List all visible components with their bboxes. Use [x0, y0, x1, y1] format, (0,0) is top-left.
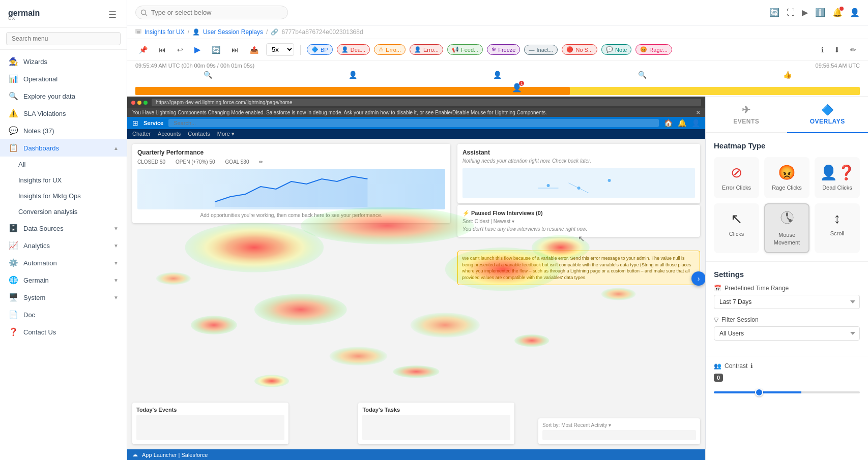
sf-nav-accounts[interactable]: Accounts: [158, 131, 181, 137]
undo-button[interactable]: ↩: [173, 43, 187, 56]
heatmap-type-scroll[interactable]: ↕ Scroll: [815, 203, 860, 253]
scroll-icon: ↕: [834, 210, 841, 227]
chevron-down-icon: ▼: [113, 243, 119, 249]
contrast-slider[interactable]: [714, 391, 860, 393]
sf-close-warning[interactable]: ✕: [696, 110, 700, 115]
sidebar-item-sla[interactable]: ⚠️ SLA Violations: [0, 105, 127, 122]
filter-erro1[interactable]: ⚠ Erro...: [374, 44, 406, 55]
breadcrumb-session-id: 6777b4a876724e002301368d: [281, 28, 363, 36]
sf-nav-contacts[interactable]: Contacts: [188, 131, 210, 137]
timeline-track-area[interactable]: 🔍 👤 👤 🔍 👍: [135, 70, 860, 85]
filter-inact[interactable]: — Inact...: [524, 45, 558, 55]
breadcrumb-user-session-link[interactable]: User Session Replays: [203, 28, 263, 36]
notifications-button[interactable]: 🔔: [832, 8, 843, 17]
tab-overlays[interactable]: 🔷 OVERLAYS: [787, 97, 869, 133]
sidebar-item-dashboards[interactable]: 📋 Dashboards ▲: [0, 139, 127, 157]
sidebar-item-insights-ux[interactable]: Insights for UX: [0, 172, 127, 188]
breadcrumb-insights-ux-link[interactable]: Insights for UX: [144, 28, 185, 36]
timeline-event-marker: 👤 1: [512, 83, 522, 93]
heatmap-container: https://gapm-dev-ed.lightning.force.com/…: [127, 97, 705, 460]
refresh-session-button[interactable]: 🔄: [208, 43, 224, 56]
sf-search-input[interactable]: [173, 120, 224, 126]
right-panel: ✈ EVENTS 🔷 OVERLAYS Heatmap Type ⊘ Error…: [705, 97, 868, 460]
sidebar-item-system[interactable]: 🖥️ System ▼: [0, 289, 127, 306]
skip-forward-button[interactable]: ⏭: [228, 43, 242, 56]
events-tab-icon: ✈: [742, 104, 751, 116]
heatmap-type-dead-clicks[interactable]: 👤❓ Dead Clicks: [815, 157, 860, 198]
search-menu-input[interactable]: [6, 32, 121, 45]
toolbar-divider: [300, 45, 301, 55]
hamburger-button[interactable]: ☰: [106, 7, 119, 22]
browser-title: App Launcher | Salesforce: [142, 452, 208, 458]
browser-simulation: https://gapm-dev-ed.lightning.force.com/…: [127, 97, 705, 460]
sidebar-item-label: Conversion analysis: [18, 208, 119, 216]
sf-bell-icon[interactable]: 🔔: [678, 119, 686, 127]
info-btn[interactable]: ℹ: [818, 43, 827, 56]
share-button[interactable]: 📤: [246, 43, 262, 56]
filter-dead[interactable]: 👤 Dea...: [337, 44, 370, 55]
inact-icon: —: [529, 47, 534, 53]
heatmap-type-clicks[interactable]: ↖ Clicks: [714, 203, 759, 253]
sidebar-item-contact[interactable]: ❓ Contact Us: [0, 323, 127, 341]
sidebar-item-automation[interactable]: ⚙️ Automation ▼: [0, 254, 127, 271]
sidebar-item-all[interactable]: All: [0, 157, 127, 172]
heatmap-type-mouse-movement[interactable]: Mouse Movement: [764, 203, 809, 253]
prev-frame-button[interactable]: ⏮: [155, 43, 169, 56]
sf-home-icon[interactable]: 🏠: [664, 119, 673, 127]
events-panel: Today's Events: [132, 403, 288, 444]
heatmap-type-rage-clicks[interactable]: 😡 Rage Clicks: [764, 157, 809, 198]
sidebar-item-insights-mkt[interactable]: Insights for Mktg Ops: [0, 188, 127, 204]
feed-icon: 📢: [452, 46, 459, 53]
filter-session-select[interactable]: All Users My Sessions Specific User: [714, 326, 860, 341]
sidebar-item-conversion[interactable]: Conversion analysis: [0, 204, 127, 220]
sidebar-item-notes[interactable]: 💬 Notes (37): [0, 122, 127, 139]
annotation-button[interactable]: 📌: [135, 43, 151, 56]
sidebar-item-germain[interactable]: 🌐 Germain ▼: [0, 271, 127, 289]
sidebar-item-doc[interactable]: 📄 Doc: [0, 306, 127, 323]
assistant-title: Assistant: [462, 149, 695, 156]
filter-feed[interactable]: 📢 Feed...: [447, 44, 483, 55]
tasks-content: [362, 415, 510, 440]
timeline-progress-track[interactable]: 👤 1: [135, 87, 860, 95]
contrast-info-icon[interactable]: ℹ: [750, 362, 753, 370]
filter-erro2[interactable]: 👤 Erro...: [410, 44, 443, 55]
sidebar-item-explore[interactable]: 🔍 Explore your data: [0, 87, 127, 105]
sf-search-bar[interactable]: [168, 119, 659, 127]
fullscreen-button[interactable]: ⛶: [787, 8, 795, 17]
sidebar-item-data-sources[interactable]: 🗄️ Data Sources ▼: [0, 220, 127, 237]
panel-tabs: ✈ EVENTS 🔷 OVERLAYS: [706, 97, 868, 133]
filter-bp[interactable]: 🔷 BP: [307, 44, 333, 55]
refresh-button[interactable]: 🔄: [769, 8, 779, 17]
play-button[interactable]: ▶: [802, 8, 808, 17]
info-button[interactable]: ℹ️: [815, 8, 825, 17]
heatmap-type-section: Heatmap Type ⊘ Error Clicks 😡 Rage Click…: [706, 133, 868, 262]
svg-point-7: [577, 187, 580, 190]
play-session-button[interactable]: ▶: [191, 42, 204, 57]
filter-rage[interactable]: 😡 Rage...: [635, 44, 672, 55]
user-profile-button[interactable]: 👤: [850, 8, 860, 17]
sf-apps-icon[interactable]: ⊞: [132, 119, 138, 127]
topbar-search-input[interactable]: [135, 6, 288, 19]
erro1-icon: ⚠: [379, 46, 384, 53]
time-range-select[interactable]: Last 7 Days Last 30 Days Last 90 Days Cu…: [714, 295, 860, 309]
sidebar-item-operational[interactable]: 📊 Operational: [0, 70, 127, 87]
tab-events[interactable]: ✈ EVENTS: [706, 97, 787, 132]
speed-selector[interactable]: 5x 1x 2x 3x 10x: [266, 43, 294, 56]
heatmap-type-error-clicks[interactable]: ⊘ Error Clicks: [714, 157, 759, 198]
qp-edit[interactable]: ✏: [259, 159, 263, 165]
explore-icon: 🔍: [8, 91, 18, 101]
system-icon: 🖥️: [8, 293, 18, 302]
marker-thumbup: 👍: [783, 71, 792, 79]
filter-freeze[interactable]: ❄ Freeze: [487, 44, 520, 55]
settings-title: Settings: [714, 270, 860, 279]
sf-user-icon[interactable]: 👤: [691, 119, 700, 127]
edit-btn[interactable]: ✏: [847, 43, 860, 56]
sidebar-item-wizards[interactable]: 🧙 Wizards: [0, 53, 127, 70]
download-btn[interactable]: ⬇: [830, 43, 844, 56]
filter-nos[interactable]: 🔴 No S...: [562, 44, 597, 55]
sf-nav-chatter[interactable]: Chatter: [132, 131, 151, 137]
sf-nav-more[interactable]: More ▾: [217, 131, 235, 137]
sidebar-item-analytics[interactable]: 📈 Analytics ▼: [0, 237, 127, 254]
expand-panel-button[interactable]: ›: [691, 271, 705, 286]
filter-note[interactable]: 💬 Note: [601, 44, 631, 55]
